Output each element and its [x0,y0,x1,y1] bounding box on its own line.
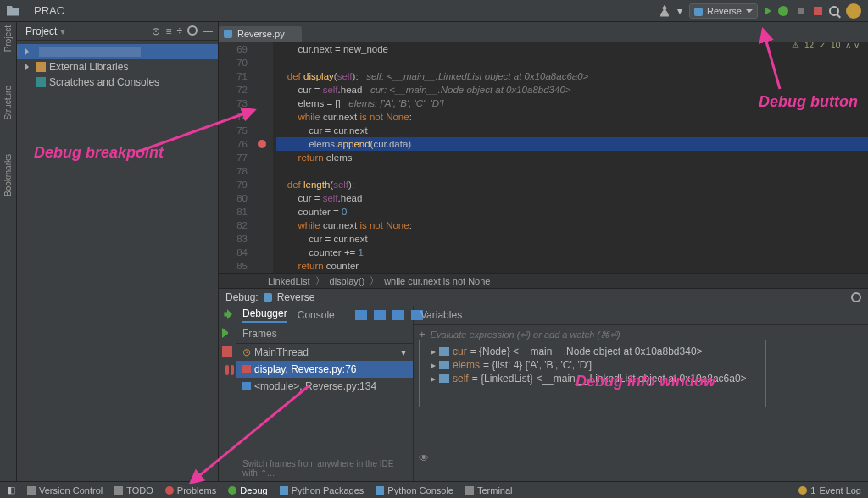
stop-button[interactable] [222,346,232,357]
tool-bookmarks-tab[interactable]: Bookmarks [3,154,13,196]
status-version-control[interactable]: Version Control [27,485,103,495]
file-tab-label: Reverse.py [237,29,285,39]
frames-hint: Switch frames from anywhere in the IDE w… [236,456,413,481]
folder-icon [7,6,19,16]
project-title: PRAC [34,4,64,17]
tree-item-label: Scratches and Consoles [49,76,159,88]
code-line[interactable]: while cur.next is not None: [276,110,868,124]
code-line[interactable]: elems.append(cur.data) [276,137,868,151]
breadcrumb-item[interactable]: while cur.next is not None [384,276,490,286]
project-header: Project [25,25,57,37]
stack-frame[interactable]: <module>, Reverse.py:134 [236,378,413,395]
title-bar: PRAC ▾ Reverse [0,0,868,22]
run-icon[interactable] [765,7,771,15]
debug-config-label: Reverse [277,291,315,303]
breakpoint-gutter[interactable]: 💡 [253,42,273,273]
thread-label: MainThread [254,346,309,358]
line-number-gutter: 6970717273747576777879808182838485 [219,42,253,273]
status-problems[interactable]: Problems [165,485,216,495]
step-out-icon[interactable] [392,310,404,320]
tree-item-label: External Libraries [49,61,128,73]
person-icon[interactable] [659,5,670,17]
code-line[interactable]: elems = [] elems: ['A', 'B', 'C', 'D'] [276,97,868,110]
hide-icon[interactable]: — [203,25,213,37]
code-line[interactable] [276,164,868,178]
code-line[interactable]: while cur.next is not None: [276,219,868,232]
file-tab-reverse[interactable]: Reverse.py [219,26,302,42]
code-line[interactable]: cur = cur.next [276,232,868,246]
search-icon[interactable] [829,6,839,16]
code-line[interactable]: counter = 0 [276,205,868,219]
debug-icon[interactable] [778,6,788,16]
annotation-box [419,340,766,407]
code-line[interactable]: cur.next = new_node [276,42,868,56]
tree-item-label [39,47,141,57]
code-line[interactable]: cur = self.head cur: <__main__.Node obje… [276,83,868,97]
breadcrumb-item[interactable]: display() [330,276,365,286]
run-config-label: Reverse [707,6,742,16]
gear-icon[interactable] [851,292,861,302]
code-editor[interactable]: 6970717273747576777879808182838485 💡 cur… [219,42,868,273]
left-tool-strip: Project Structure Bookmarks [0,22,17,481]
rerun-icon[interactable] [795,5,807,17]
status-python-console[interactable]: Python Console [376,485,453,495]
breakpoint-dot[interactable] [258,140,266,148]
code-line[interactable]: cur = cur.next [276,124,868,137]
status-debug[interactable]: Debug [228,485,267,495]
code-line[interactable]: return elems [276,151,868,164]
debug-tool-window: Debug: Reverse Debugger Console [219,288,868,481]
run-config-select[interactable]: Reverse [689,3,758,19]
variables-header: Variables [414,306,868,325]
tool-icon[interactable]: ÷ [176,25,182,37]
frame-label: <module>, Reverse.py:134 [254,380,376,392]
breadcrumb[interactable]: LinkedList〉 display()〉 while cur.next is… [219,273,868,288]
debug-title: Debug: [225,291,259,303]
tool-icon[interactable]: ≡ [165,25,171,37]
breadcrumb-item[interactable]: LinkedList [268,276,310,286]
step-over-icon[interactable] [355,310,367,320]
pause-button[interactable] [225,365,229,375]
code-line[interactable]: def display(self): self: <__main__.Linke… [276,69,868,83]
status-event-log[interactable]: 1 Event Log [798,485,861,495]
tree-item-external-libs[interactable]: External Libraries [17,59,218,75]
status-python-packages[interactable]: Python Packages [280,485,364,495]
code-line[interactable]: cur = self.head [276,191,868,205]
status-terminal[interactable]: Terminal [465,485,513,495]
libraries-icon [36,62,46,72]
status-todo[interactable]: TODO [114,485,153,495]
frame-label: display, Reverse.py:76 [254,363,357,375]
step-into-icon[interactable] [374,310,386,320]
project-tree: External Libraries Scratches and Console… [17,41,218,93]
frame-icon [242,382,251,390]
scratches-icon [36,77,46,87]
debugger-tab[interactable]: Debugger [242,307,287,323]
code-line[interactable]: return counter [276,259,868,273]
console-tab[interactable]: Console [298,309,335,321]
thread-row[interactable]: ⊙ MainThread ▾ [236,344,413,361]
tree-item-scratches[interactable]: Scratches and Consoles [17,75,218,90]
project-panel: Project ▾ ⊙ ≡ ÷ — External Libraries [17,22,219,481]
editor-tabbar: Reverse.py [219,22,868,42]
frames-header: Frames [236,324,413,344]
python-icon [264,293,272,302]
inspection-status[interactable]: ⚠ 12 ✓ 10 ∧ ∨ [792,41,860,50]
add-watch-icon[interactable]: + [419,328,426,340]
stop-icon[interactable] [814,7,822,15]
avatar-icon[interactable] [846,3,861,19]
code-line[interactable]: counter += 1 [276,246,868,259]
status-bar: ◧ Version Control TODO Problems Debug Py… [0,481,868,498]
tool-project-tab[interactable]: Project [3,25,13,52]
rerun-button[interactable] [222,309,232,319]
tool-structure-tab[interactable]: Structure [3,86,13,120]
status-corner-icon[interactable]: ◧ [7,484,15,495]
frame-icon [242,365,251,374]
evaluate-input[interactable] [431,329,863,340]
code-line[interactable]: def length(self): [276,178,868,191]
gear-icon[interactable] [187,25,198,36]
resume-button[interactable] [222,328,232,338]
code-line[interactable] [276,56,868,69]
tree-item-root[interactable] [17,44,218,59]
stack-frame[interactable]: display, Reverse.py:76 [236,361,413,378]
view-icon[interactable]: 👁 [419,452,429,464]
tool-icon[interactable]: ⊙ [152,25,160,37]
